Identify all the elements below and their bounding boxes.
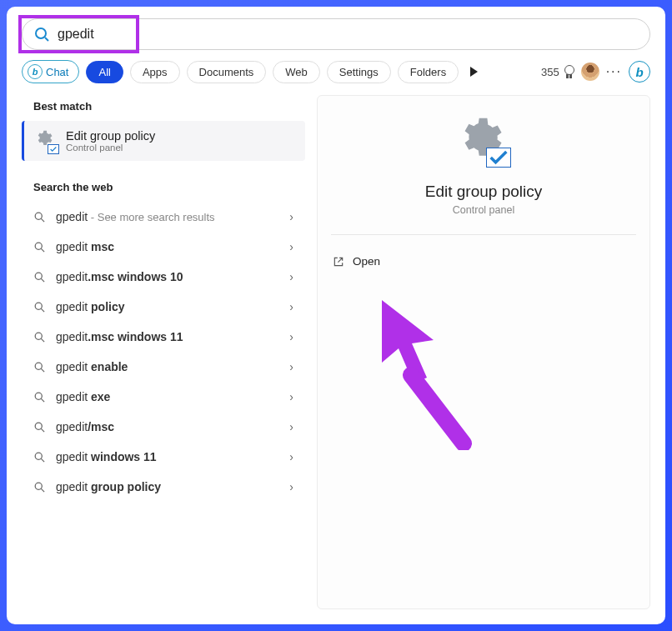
open-action[interactable]: Open [331,252,636,271]
web-result-item[interactable]: gpedit - See more search results› [22,202,305,232]
web-result-item[interactable]: gpedit.msc windows 10› [22,262,305,292]
preview-panel: Edit group policy Control panel Open [317,95,650,609]
results-column: Best match Edit group policy Control pan… [22,95,305,609]
chevron-right-icon: › [289,300,293,313]
preview-subtitle: Control panel [331,204,636,216]
tab-label: Folders [410,66,446,78]
tab-label: Chat [46,66,68,78]
web-result-item[interactable]: gpedit exe› [22,382,305,412]
chevron-right-icon: › [289,390,293,403]
svg-point-2 [36,28,46,38]
tab-all[interactable]: All [86,61,123,83]
chevron-right-icon: › [289,210,293,223]
best-match-subtitle: Control panel [66,143,155,153]
medal-icon [563,65,574,78]
search-window: b Chat All Apps Documents Web Settings F… [7,7,665,624]
web-result-text: gpedit exe [56,390,279,403]
open-label: Open [353,255,380,268]
web-result-text: gpedit/msc [56,420,279,433]
chevron-right-icon: › [289,420,293,433]
web-result-item[interactable]: gpedit msc› [22,232,305,262]
search-icon [33,451,46,463]
search-icon [33,391,46,403]
tab-apps[interactable]: Apps [130,61,180,83]
search-icon [33,301,46,313]
web-result-text: gpedit.msc windows 10 [56,270,279,283]
bing-chat-icon: b [28,64,43,79]
web-result-item[interactable]: gpedit group policy› [22,472,305,502]
search-bar[interactable] [22,18,650,50]
web-result-item[interactable]: gpedit/msc› [22,412,305,442]
search-input[interactable] [58,27,638,42]
web-result-text: gpedit - See more search results [56,210,279,223]
best-match-header: Best match [22,95,305,121]
tab-settings[interactable]: Settings [327,61,391,83]
web-result-item[interactable]: gpedit enable› [22,352,305,382]
web-result-text: gpedit policy [56,300,279,313]
points-value: 355 [541,66,559,78]
user-avatar[interactable] [581,63,599,81]
more-options-icon[interactable]: ··· [606,64,622,79]
search-icon [33,211,46,223]
search-icon [33,481,46,493]
web-result-item[interactable]: gpedit.msc windows 11› [22,322,305,352]
tab-web[interactable]: Web [273,61,320,83]
search-icon [33,421,46,433]
more-filters-icon[interactable] [470,67,478,77]
bing-icon[interactable]: b [629,61,650,83]
content-columns: Best match Edit group policy Control pan… [22,95,650,609]
web-result-item[interactable]: gpedit windows 11› [22,442,305,472]
tab-chat[interactable]: b Chat [22,60,79,83]
preview-icon [454,114,513,173]
search-icon [33,361,46,373]
web-result-item[interactable]: gpedit policy› [22,292,305,322]
tab-label: All [98,66,110,78]
tab-label: Apps [143,66,168,78]
chevron-right-icon: › [289,330,293,343]
preview-title: Edit group policy [331,183,636,201]
chevron-right-icon: › [289,480,293,493]
search-bar-container [22,18,650,50]
chevron-right-icon: › [289,240,293,253]
tab-label: Web [285,66,308,78]
chevron-right-icon: › [289,270,293,283]
svg-line-3 [45,38,48,41]
search-icon [33,271,46,283]
chevron-right-icon: › [289,360,293,373]
web-result-text: gpedit group policy [56,480,279,493]
chevron-right-icon: › [289,450,293,463]
search-web-header: Search the web [22,176,305,202]
web-result-text: gpedit enable [56,360,279,373]
search-icon [33,241,46,253]
web-result-text: gpedit msc [56,240,279,253]
filter-row: b Chat All Apps Documents Web Settings F… [22,60,650,83]
tab-folders[interactable]: Folders [398,61,459,83]
control-panel-icon [34,129,58,153]
web-result-text: gpedit windows 11 [56,450,279,463]
open-external-icon [333,256,344,268]
rewards-points[interactable]: 355 [541,65,574,78]
search-icon [34,27,49,42]
tab-documents[interactable]: Documents [187,61,267,83]
search-icon [33,331,46,343]
best-match-item[interactable]: Edit group policy Control panel [22,121,305,161]
divider [331,234,636,235]
web-results-list: gpedit - See more search results›gpedit … [22,202,305,502]
tab-label: Settings [339,66,379,78]
tab-label: Documents [199,66,254,78]
web-result-text: gpedit.msc windows 11 [56,330,279,343]
best-match-title: Edit group policy [66,129,155,143]
